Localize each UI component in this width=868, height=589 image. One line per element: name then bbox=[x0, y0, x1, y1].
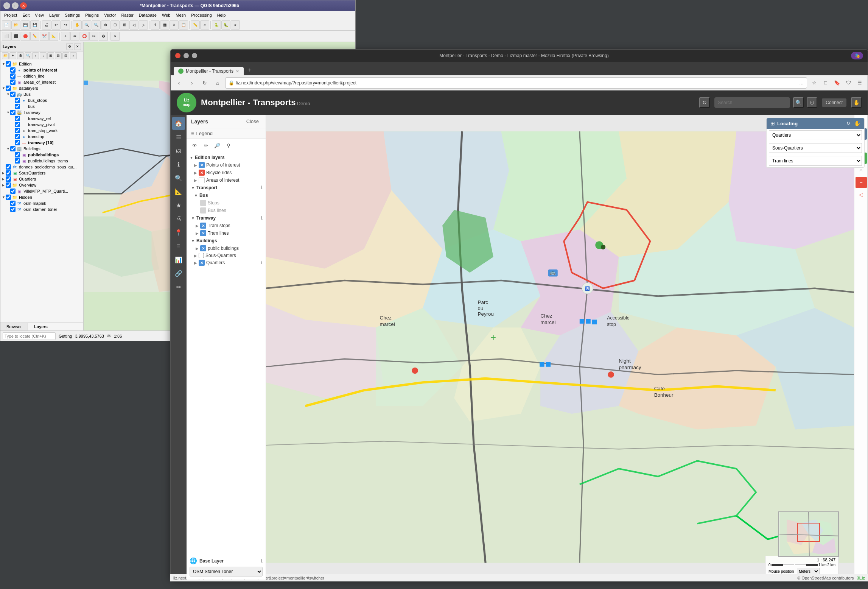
tramlines-expand-icon[interactable]: ▶ bbox=[196, 231, 199, 235]
sq-checkbox[interactable] bbox=[6, 170, 11, 176]
nav-back-button[interactable]: ‹ bbox=[174, 78, 184, 88]
toolbar2-9[interactable]: ⭕ bbox=[80, 32, 89, 41]
tree-item-villemtp[interactable]: ▣ VilleMTP_MTP_Quarti... bbox=[0, 188, 83, 194]
buildings-checkbox[interactable] bbox=[10, 146, 16, 151]
tramway-group-header[interactable]: ▼ Tramway ℹ bbox=[187, 214, 266, 222]
liz-bookmark-btn[interactable]: ★ bbox=[172, 199, 185, 212]
layers-close-button[interactable]: Close bbox=[244, 118, 261, 125]
toolbar-print[interactable]: 🖨 bbox=[42, 20, 51, 30]
overview-checkbox[interactable] bbox=[6, 182, 11, 188]
nav-home-button[interactable]: ⌂ bbox=[212, 78, 223, 88]
nav-ext-icon2[interactable]: 🛡 bbox=[843, 78, 853, 88]
menu-raster[interactable]: Raster bbox=[119, 12, 135, 18]
layers-up-btn[interactable]: ↑ bbox=[32, 52, 39, 59]
toolbar-save-as[interactable]: 💾 bbox=[30, 20, 39, 30]
toolbar-identify[interactable]: ℹ bbox=[151, 20, 160, 30]
toolbar-attribute[interactable]: 📋 bbox=[179, 20, 188, 30]
tree-item-tramway-10[interactable]: — tramway [10] bbox=[0, 140, 83, 146]
tram-info-icon[interactable]: ℹ bbox=[261, 215, 263, 221]
toolbar2-4[interactable]: ✏️ bbox=[30, 32, 39, 41]
tram-checkbox[interactable] bbox=[10, 110, 16, 115]
lizmap-hand-icon[interactable]: ✋ bbox=[851, 97, 862, 108]
ff-tab-active[interactable]: Montpellier - Transports ✕ bbox=[174, 67, 244, 75]
tree-item-osm-mapnik[interactable]: 🗺 osm-mapnik bbox=[0, 200, 83, 206]
menu-settings[interactable]: Settings bbox=[62, 12, 82, 18]
hidden-checkbox[interactable] bbox=[6, 195, 11, 200]
toolbar2-more[interactable]: » bbox=[110, 32, 120, 41]
locate-input[interactable] bbox=[3, 332, 56, 340]
menu-edit[interactable]: Edit bbox=[20, 12, 32, 18]
toolbar2-3[interactable]: 🔴 bbox=[21, 32, 30, 41]
menu-view[interactable]: View bbox=[33, 12, 46, 18]
ff-maximize-button[interactable] bbox=[192, 53, 197, 58]
toolbar-redo[interactable]: ↪ bbox=[61, 20, 70, 30]
toolbar-undo[interactable]: ↩ bbox=[51, 20, 61, 30]
legend-tab[interactable]: ≡ Legend bbox=[187, 128, 266, 139]
buildings-group-header[interactable]: ▼ Buildings bbox=[187, 237, 266, 245]
toolbar-debug[interactable]: 🐛 bbox=[221, 20, 230, 30]
toolbar-open[interactable]: 📂 bbox=[11, 20, 20, 30]
lizmap-clock-icon[interactable]: ⏲ bbox=[807, 97, 817, 108]
liz-chart-btn[interactable]: 📊 bbox=[172, 253, 185, 266]
donnes-checkbox[interactable] bbox=[6, 164, 11, 170]
poi-expand-icon[interactable]: ▶ bbox=[194, 163, 197, 167]
pubtrams-checkbox[interactable] bbox=[15, 158, 20, 164]
tree-item-points-of-interest[interactable]: ● points of interest bbox=[0, 67, 83, 73]
lizmap-map-area[interactable]: + 🚌 ♿ Parc du Peyrou Chez marcel Chez ma… bbox=[266, 115, 854, 580]
tramref-checkbox[interactable] bbox=[15, 116, 20, 121]
toolbar2-7[interactable]: + bbox=[61, 32, 70, 41]
url-bar[interactable]: 🔒 liz.next/index.php/view/map/?repositor… bbox=[225, 77, 807, 89]
panel-close-btn[interactable]: ✕ bbox=[74, 43, 81, 50]
tramstop-checkbox[interactable] bbox=[15, 134, 20, 139]
bus2-checkbox[interactable] bbox=[15, 104, 20, 109]
menu-project[interactable]: Project bbox=[2, 12, 19, 18]
toolbar2-11[interactable]: ⚙ bbox=[99, 32, 108, 41]
layers-down-btn[interactable]: ↓ bbox=[40, 52, 47, 59]
eline-checkbox[interactable] bbox=[10, 73, 16, 79]
right-zoom-out-btn[interactable]: − bbox=[856, 177, 867, 188]
public-buildings-item[interactable]: ▶ ✕ public buildings bbox=[187, 245, 266, 252]
menu-help[interactable]: Help bbox=[215, 12, 228, 18]
edition-bicycle-item[interactable]: ▶ ✕ Bicycle rides bbox=[187, 169, 266, 176]
nav-ext-icon1[interactable]: 🔖 bbox=[832, 78, 842, 88]
edition-aoi-item[interactable]: ▶ Areas of interest bbox=[187, 176, 266, 184]
tree-group-buildings[interactable]: ▼ 🏢 Buildings bbox=[0, 146, 83, 152]
menu-database[interactable]: Database bbox=[137, 12, 159, 18]
layer-tool-search[interactable]: ⚲ bbox=[224, 140, 233, 150]
toolbar2-5[interactable]: ✂️ bbox=[40, 32, 49, 41]
edition-checkbox[interactable] bbox=[6, 61, 11, 67]
liz-home-btn[interactable]: 🏠 bbox=[172, 117, 185, 130]
toolbar2-6[interactable]: 📐 bbox=[49, 32, 58, 41]
toolbar2-8[interactable]: ✏ bbox=[70, 32, 79, 41]
tramstops-expand-icon[interactable]: ▶ bbox=[196, 224, 199, 228]
toolbar2-1[interactable]: ⬜ bbox=[2, 32, 11, 41]
aoi-checkbox[interactable] bbox=[10, 79, 16, 85]
qgis-minimize-button[interactable]: ─ bbox=[3, 2, 10, 9]
panel-filter-btn[interactable]: ⚙ bbox=[66, 43, 73, 50]
tram-lines-item[interactable]: ▶ ✕ Tram lines bbox=[187, 229, 266, 237]
bus-checkbox[interactable] bbox=[10, 92, 16, 97]
base-layer-select[interactable]: OSM Stamen Toner OSM Mapnik None bbox=[190, 567, 263, 577]
qgis-close-button[interactable]: ✕ bbox=[20, 2, 27, 9]
layers-more-btn[interactable]: » bbox=[70, 52, 77, 59]
nav-bookmark-icon[interactable]: ☆ bbox=[809, 78, 819, 88]
toolbar-pan[interactable]: ✋ bbox=[73, 20, 82, 30]
osms-checkbox[interactable] bbox=[10, 207, 16, 212]
transport-group-header[interactable]: ▼ Transport ℹ bbox=[187, 184, 266, 192]
q-checkbox[interactable] bbox=[6, 176, 11, 182]
toolbar-python[interactable]: 🐍 bbox=[212, 20, 221, 30]
locating-sous-quartiers-select[interactable]: Sous-Quartiers bbox=[769, 143, 862, 153]
header-refresh-btn[interactable]: ↻ bbox=[699, 97, 710, 108]
layers-filter-btn[interactable]: 🔍 bbox=[25, 52, 31, 59]
menu-mesh[interactable]: Mesh bbox=[173, 12, 188, 18]
toolbar-zoom-full[interactable]: ⊕ bbox=[101, 20, 110, 30]
transport-info-icon[interactable]: ℹ bbox=[261, 185, 263, 190]
layers-expand-btn[interactable]: ⊞ bbox=[55, 52, 62, 59]
menu-layer[interactable]: Layer bbox=[47, 12, 62, 18]
liz-legend-btn[interactable]: 🗂 bbox=[172, 144, 185, 157]
toolbar2-2[interactable]: ⬛ bbox=[11, 32, 20, 41]
nav-forward-button[interactable]: › bbox=[187, 78, 197, 88]
locating-quartiers-select[interactable]: Quartiers bbox=[769, 130, 862, 140]
pubbuildings-expand-icon[interactable]: ▶ bbox=[196, 246, 199, 251]
toolbar-zoom-layer[interactable]: ⊡ bbox=[110, 20, 120, 30]
